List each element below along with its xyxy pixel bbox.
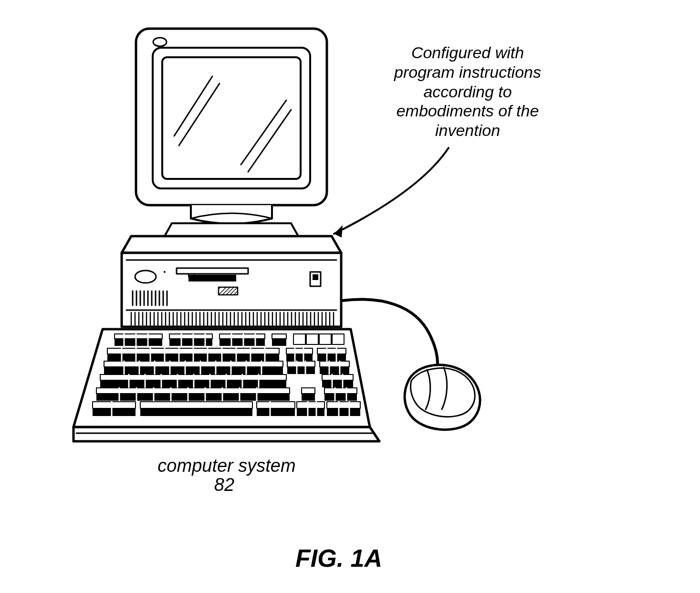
svg-rect-129 [257,402,295,408]
svg-rect-107 [317,348,346,354]
svg-rect-105 [286,348,313,354]
svg-rect-121 [302,388,315,394]
svg-rect-2 [162,57,301,179]
svg-rect-131 [297,402,324,408]
svg-rect-91 [115,334,162,339]
svg-rect-123 [324,388,357,394]
svg-rect-119 [96,388,290,394]
svg-rect-111 [287,361,315,367]
svg-rect-101 [332,334,344,344]
svg-rect-13 [188,275,236,281]
svg-rect-117 [322,375,353,380]
svg-rect-99 [306,334,318,344]
svg-rect-95 [219,334,265,339]
svg-rect-97 [272,334,286,339]
svg-rect-127 [140,402,252,408]
svg-rect-98 [293,334,305,344]
svg-rect-109 [104,361,283,367]
svg-point-11 [164,271,166,273]
svg-rect-100 [319,334,331,344]
computer-system-diagram [0,0,700,593]
svg-rect-133 [327,402,360,408]
svg-rect-125 [93,402,136,408]
svg-rect-113 [320,361,349,367]
svg-rect-23 [313,274,318,280]
